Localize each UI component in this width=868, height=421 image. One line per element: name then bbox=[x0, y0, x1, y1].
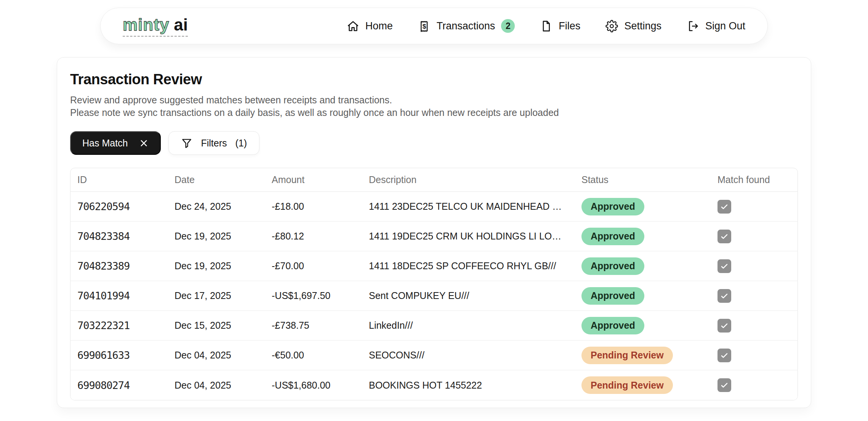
transaction-amount: -£18.00 bbox=[265, 201, 362, 212]
match-found-cell bbox=[711, 378, 798, 392]
transaction-description: Sent COMPUKEY EU/// bbox=[362, 290, 575, 301]
match-found-cell bbox=[711, 259, 798, 273]
checkmark-icon bbox=[720, 262, 729, 271]
transaction-status-cell: Approved bbox=[575, 317, 711, 334]
transactions-table: ID Date Amount Description Status Match … bbox=[70, 168, 798, 400]
page-title: Transaction Review bbox=[70, 71, 798, 88]
transaction-description: BOOKINGS HOT 1455222 bbox=[362, 380, 575, 391]
table-header: ID Date Amount Description Status Match … bbox=[70, 168, 798, 192]
nav-items: Home $ Transactions 2 Files Settings bbox=[347, 19, 745, 33]
column-header-status: Status bbox=[575, 174, 711, 185]
checkmark-icon bbox=[720, 381, 729, 390]
page-subtitle-line1: Review and approve suggested matches bet… bbox=[70, 94, 798, 106]
top-nav: minty ai Home $ Transactions 2 Files bbox=[100, 8, 768, 44]
match-found-cell bbox=[711, 200, 798, 214]
status-badge: Pending Review bbox=[581, 376, 673, 394]
gear-icon bbox=[605, 20, 618, 32]
nav-item-label: Sign Out bbox=[705, 20, 745, 32]
receipt-icon: $ bbox=[418, 20, 431, 32]
transaction-status-cell: Approved bbox=[575, 287, 711, 305]
transaction-id: 699080274 bbox=[70, 379, 168, 391]
transaction-amount: -£738.75 bbox=[265, 320, 362, 331]
nav-item-label: Transactions bbox=[437, 20, 495, 32]
match-found-checkbox[interactable] bbox=[717, 230, 731, 243]
transaction-date: Dec 04, 2025 bbox=[168, 350, 265, 361]
column-header-description: Description bbox=[362, 174, 575, 185]
checkmark-icon bbox=[720, 232, 729, 241]
checkmark-icon bbox=[720, 202, 729, 211]
transaction-review-card: Transaction Review Review and approve su… bbox=[57, 57, 811, 408]
table-row[interactable]: 703222321 Dec 15, 2025 -£738.75 LinkedIn… bbox=[70, 311, 798, 341]
transaction-date: Dec 19, 2025 bbox=[168, 231, 265, 242]
nav-item-label: Settings bbox=[624, 20, 661, 32]
checkmark-icon bbox=[720, 291, 729, 300]
has-match-chip-label: Has Match bbox=[82, 138, 128, 149]
transaction-description: 1411 23DEC25 TELCO UK MAIDENHEAD GB/// bbox=[362, 201, 575, 212]
transaction-date: Dec 19, 2025 bbox=[168, 260, 265, 272]
transaction-status-cell: Pending Review bbox=[575, 347, 711, 364]
transaction-id: 703222321 bbox=[70, 320, 168, 331]
status-badge: Approved bbox=[581, 317, 644, 334]
match-found-checkbox[interactable] bbox=[717, 259, 731, 273]
column-header-id: ID bbox=[70, 174, 168, 185]
nav-item-label: Files bbox=[559, 20, 580, 32]
page-subtitle-line2: Please note we sync transactions on a da… bbox=[70, 106, 798, 119]
home-icon bbox=[347, 20, 359, 32]
nav-item-settings[interactable]: Settings bbox=[605, 20, 661, 32]
nav-item-sign-out[interactable]: Sign Out bbox=[687, 20, 745, 32]
transaction-date: Dec 24, 2025 bbox=[168, 201, 265, 212]
status-badge: Approved bbox=[581, 198, 644, 215]
nav-item-label: Home bbox=[365, 20, 393, 32]
filter-bar: Has Match Filters (1) bbox=[70, 131, 798, 155]
funnel-icon bbox=[181, 137, 192, 149]
transaction-description: 1411 19DEC25 CRM UK HOLDINGS LI LONDON… bbox=[362, 231, 575, 242]
transaction-amount: -£70.00 bbox=[265, 260, 362, 272]
svg-text:$: $ bbox=[423, 22, 426, 30]
status-badge: Approved bbox=[581, 257, 644, 275]
match-found-checkbox[interactable] bbox=[717, 349, 731, 362]
brand-logo[interactable]: minty ai bbox=[123, 15, 188, 37]
transaction-status-cell: Approved bbox=[575, 198, 711, 215]
transaction-id: 704823389 bbox=[70, 260, 168, 272]
column-header-match-found: Match found bbox=[711, 174, 798, 185]
transaction-amount: -US$1,697.50 bbox=[265, 290, 362, 301]
match-found-cell bbox=[711, 349, 798, 362]
transaction-status-cell: Approved bbox=[575, 228, 711, 245]
close-icon[interactable] bbox=[139, 138, 149, 148]
table-row[interactable]: 704823384 Dec 19, 2025 -£80.12 1411 19DE… bbox=[70, 222, 798, 251]
table-body: 706220594 Dec 24, 2025 -£18.00 1411 23DE… bbox=[70, 192, 798, 400]
filters-button[interactable]: Filters (1) bbox=[168, 131, 259, 155]
table-row[interactable]: 699061633 Dec 04, 2025 -€50.00 SEOCONS//… bbox=[70, 341, 798, 370]
table-row[interactable]: 704101994 Dec 17, 2025 -US$1,697.50 Sent… bbox=[70, 281, 798, 311]
transaction-description: SEOCONS/// bbox=[362, 350, 575, 361]
match-found-cell bbox=[711, 289, 798, 303]
brand-logo-primary: minty bbox=[123, 15, 169, 34]
match-found-cell bbox=[711, 319, 798, 333]
status-badge: Approved bbox=[581, 287, 644, 305]
nav-item-transactions[interactable]: $ Transactions 2 bbox=[418, 19, 515, 33]
nav-item-files[interactable]: Files bbox=[540, 20, 580, 32]
transaction-status-cell: Pending Review bbox=[575, 376, 711, 394]
filters-button-label: Filters bbox=[201, 138, 227, 149]
match-found-checkbox[interactable] bbox=[717, 319, 731, 333]
status-badge: Pending Review bbox=[581, 347, 673, 364]
match-found-checkbox[interactable] bbox=[717, 289, 731, 303]
column-header-amount: Amount bbox=[265, 174, 362, 185]
transaction-date: Dec 17, 2025 bbox=[168, 290, 265, 301]
transaction-description: LinkedIn/// bbox=[362, 320, 575, 331]
file-icon bbox=[540, 20, 553, 32]
transaction-id: 706220594 bbox=[70, 201, 168, 212]
match-found-checkbox[interactable] bbox=[717, 378, 731, 392]
transaction-date: Dec 04, 2025 bbox=[168, 380, 265, 391]
table-row[interactable]: 704823389 Dec 19, 2025 -£70.00 1411 18DE… bbox=[70, 251, 798, 281]
transaction-id: 704823384 bbox=[70, 230, 168, 242]
nav-item-home[interactable]: Home bbox=[347, 20, 393, 32]
has-match-filter-chip[interactable]: Has Match bbox=[70, 131, 161, 155]
table-row[interactable]: 699080274 Dec 04, 2025 -US$1,680.00 BOOK… bbox=[70, 370, 798, 400]
match-found-checkbox[interactable] bbox=[717, 200, 731, 214]
transaction-id: 704101994 bbox=[70, 290, 168, 302]
transactions-count-badge: 2 bbox=[501, 19, 515, 33]
table-row[interactable]: 706220594 Dec 24, 2025 -£18.00 1411 23DE… bbox=[70, 192, 798, 222]
transaction-amount: -£80.12 bbox=[265, 231, 362, 242]
transaction-date: Dec 15, 2025 bbox=[168, 320, 265, 331]
